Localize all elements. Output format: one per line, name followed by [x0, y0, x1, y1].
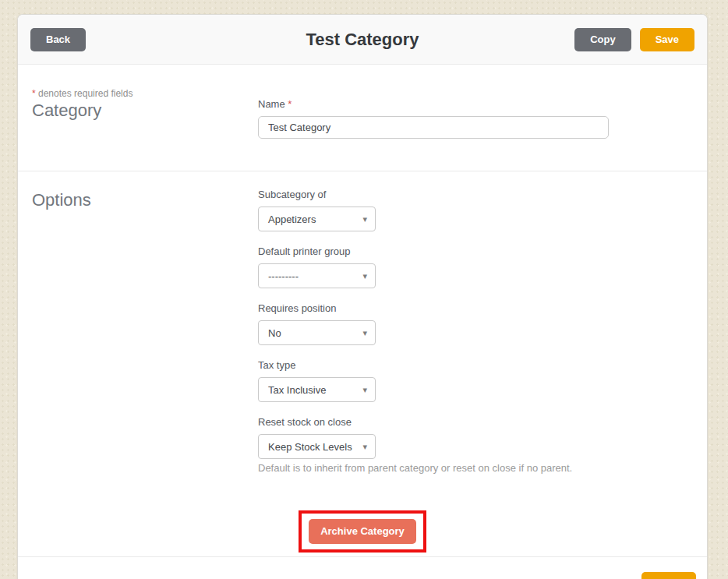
footer-save-button[interactable]: Save [641, 572, 696, 579]
required-fields-note: * denotes required fields [32, 88, 258, 99]
category-section-heading: Category [32, 101, 258, 121]
options-section: Options Subcategory of Appetizers ▾ Defa… [18, 171, 707, 553]
annotation-highlight-box: Archive Category [299, 510, 426, 553]
chevron-down-icon: ▾ [362, 443, 367, 451]
category-section-left: * denotes required fields Category [18, 88, 258, 139]
options-section-heading: Options [32, 190, 258, 210]
name-label-text: Name [258, 98, 285, 110]
default-printer-group-label: Default printer group [258, 245, 707, 257]
archive-row: Archive Category [18, 510, 707, 553]
requires-position-select[interactable]: No ▾ [258, 320, 376, 345]
field-reset-stock: Reset stock on close Keep Stock Levels ▾… [258, 416, 707, 474]
field-requires-position: Requires position No ▾ [258, 302, 707, 345]
form-header: Back Test Category Copy Save [18, 15, 707, 65]
required-asterisk: * [288, 98, 292, 110]
reset-stock-select[interactable]: Keep Stock Levels ▾ [258, 434, 376, 459]
required-note-text: denotes required fields [38, 88, 133, 99]
tax-type-select[interactable]: Tax Inclusive ▾ [258, 377, 376, 402]
save-button[interactable]: Save [640, 28, 694, 51]
tax-type-label: Tax type [258, 359, 707, 371]
chevron-down-icon: ▾ [362, 329, 367, 337]
category-section: * denotes required fields Category Name … [18, 65, 707, 171]
tax-type-value: Tax Inclusive [268, 384, 326, 396]
form-footer: Save [18, 556, 707, 579]
field-tax-type: Tax type Tax Inclusive ▾ [258, 359, 707, 402]
options-columns: Options Subcategory of Appetizers ▾ Defa… [18, 189, 707, 474]
archive-category-button[interactable]: Archive Category [309, 519, 416, 544]
field-default-printer-group: Default printer group --------- ▾ [258, 245, 707, 288]
subcategory-of-select[interactable]: Appetizers ▾ [258, 207, 376, 231]
page-background: Back Test Category Copy Save * denotes r… [0, 0, 728, 579]
reset-stock-value: Keep Stock Levels [268, 441, 352, 453]
header-actions: Copy Save [574, 28, 694, 51]
subcategory-of-value: Appetizers [268, 214, 316, 225]
reset-stock-help-text: Default is to inherit from parent catego… [258, 462, 707, 474]
chevron-down-icon: ▾ [362, 386, 367, 394]
chevron-down-icon: ▾ [362, 215, 367, 224]
default-printer-group-select[interactable]: --------- ▾ [258, 263, 376, 288]
field-subcategory-of: Subcategory of Appetizers ▾ [258, 189, 707, 231]
default-printer-group-value: --------- [268, 270, 299, 282]
chevron-down-icon: ▾ [362, 272, 367, 281]
subcategory-of-label: Subcategory of [258, 189, 707, 200]
category-form-card: Back Test Category Copy Save * denotes r… [17, 14, 708, 579]
name-field-label: Name * [258, 98, 707, 110]
options-section-fields: Subcategory of Appetizers ▾ Default prin… [258, 189, 707, 474]
requires-position-value: No [268, 327, 281, 339]
required-asterisk: * [32, 88, 36, 99]
back-button[interactable]: Back [30, 28, 86, 51]
category-section-fields: Name * [258, 88, 707, 139]
options-section-left: Options [18, 189, 258, 474]
name-input[interactable] [258, 116, 609, 139]
copy-button[interactable]: Copy [574, 28, 631, 51]
reset-stock-label: Reset stock on close [258, 416, 707, 428]
requires-position-label: Requires position [258, 302, 707, 314]
